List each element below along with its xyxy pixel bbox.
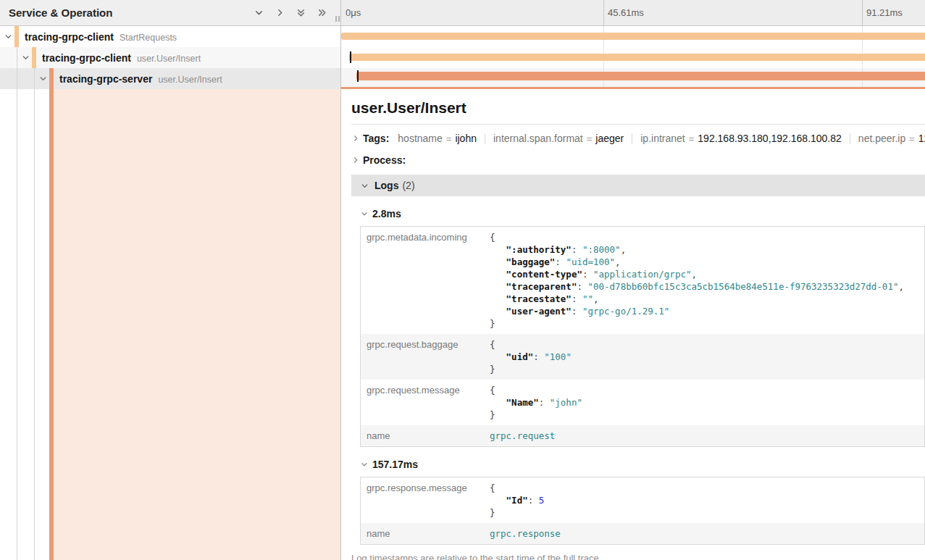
tree-indent-guide	[17, 47, 17, 68]
log-timestamp: 2.8ms	[372, 208, 401, 220]
log-field-json: { "Id": 5 }	[490, 482, 918, 519]
tag-key: ip.intranet	[640, 133, 685, 144]
span-color-bar	[14, 26, 19, 47]
tag-value: 127.0	[918, 133, 925, 144]
timeline-ruler: 0μs45.61ms91.21ms	[341, 0, 925, 26]
tag-key: hostname	[398, 133, 442, 144]
tag-equals: =	[689, 133, 695, 144]
span-row-tracing-grpc-client[interactable]: tracing-grpc-clientStartRequests	[0, 26, 340, 47]
log-field-row: namegrpc.request	[361, 425, 925, 447]
expand-all-icon[interactable]	[317, 7, 327, 18]
selected-span-underline	[341, 87, 925, 89]
chevron-right-icon	[351, 156, 361, 164]
process-accordion[interactable]: Process:	[351, 152, 925, 168]
jaeger-trace-timeline-view: Service & Operation tracing-grpc-clientS…	[0, 0, 925, 560]
chevron-down-icon	[360, 181, 369, 191]
log-field-value: grpc.response	[490, 523, 925, 545]
timeline-panel: 0μs45.61ms91.21ms user.User/Insert Tags:…	[341, 0, 925, 560]
ruler-tick-label: 91.21ms	[866, 0, 903, 25]
span-row-tracing-grpc-client[interactable]: tracing-grpc-clientuser.User/Insert	[0, 47, 340, 68]
log-field-row: grpc.request.baggage{ "uid": "100" }	[361, 334, 925, 380]
chevron-down-icon	[360, 460, 369, 469]
ruler-tick-label: 45.61ms	[608, 0, 644, 25]
log-field-key: grpc.request.message	[361, 380, 490, 425]
log-field-json: grpc.request	[490, 430, 918, 442]
tree-indent-guide	[17, 89, 17, 560]
collapse-one-icon[interactable]	[254, 7, 264, 18]
log-field-row: namegrpc.response	[361, 523, 925, 545]
span-log-tick	[357, 70, 359, 82]
log-field-value: grpc.request	[490, 425, 925, 447]
log-timestamp: 157.17ms	[372, 459, 418, 470]
span-detail-title: user.User/Insert	[351, 99, 925, 117]
span-row-label: tracing-grpc-clientStartRequests	[25, 26, 340, 47]
span-bar-row[interactable]	[341, 26, 925, 47]
log-entries: 2.8msgrpc.metadata.incoming{ ":authority…	[351, 206, 925, 545]
expand-one-icon[interactable]	[275, 7, 285, 18]
log-field-json: grpc.response	[490, 527, 918, 540]
chevron-down-icon	[360, 209, 369, 218]
collapse-all-icon[interactable]	[296, 7, 306, 18]
log-field-key: grpc.metadata.incoming	[361, 227, 490, 335]
operation-name: user.User/Insert	[137, 54, 201, 64]
ruler-tick-line	[603, 0, 604, 25]
tree-indent-guide	[34, 68, 35, 89]
panel-title: Service & Operation	[9, 7, 254, 19]
tag-value: jaeger	[595, 133, 624, 144]
chevron-down-icon[interactable]	[38, 74, 48, 83]
span-duration-bar[interactable]	[341, 33, 925, 40]
tag-separator	[485, 133, 485, 144]
logs-label: Logs	[374, 180, 398, 191]
resize-grip-icon[interactable]	[335, 16, 340, 22]
panel-resize-divider[interactable]	[340, 0, 341, 560]
tags-accordion[interactable]: Tags: hostname=ijohninternal.span.format…	[351, 130, 925, 146]
log-entry-toggle[interactable]: 2.8ms	[360, 206, 925, 221]
tags-label: Tags:	[363, 133, 389, 144]
span-tree-rows: tracing-grpc-clientStartRequeststracing-…	[0, 26, 340, 89]
log-field-value: { "uid": "100" }	[490, 334, 925, 380]
title-divider	[351, 124, 925, 125]
log-entry-toggle[interactable]: 157.17ms	[360, 457, 925, 472]
log-field-key: grpc.response.message	[361, 477, 490, 524]
log-field-row: grpc.metadata.incoming{ ":authority": ":…	[361, 227, 925, 335]
operation-name: user.User/Insert	[158, 75, 222, 85]
log-field-value: { "Name": "john" }	[490, 380, 925, 425]
span-row-label: tracing-grpc-serveruser.User/Insert	[59, 68, 340, 89]
log-field-json: { "Name": "john" }	[490, 384, 918, 421]
log-fields-table: grpc.metadata.incoming{ ":authority": ":…	[360, 226, 925, 447]
tag-key: net.peer.ip	[858, 133, 905, 144]
log-field-json: { ":authority": ":8000", "baggage": "uid…	[490, 231, 918, 330]
log-field-value: { ":authority": ":8000", "baggage": "uid…	[490, 227, 925, 335]
selected-span-highlight	[54, 89, 340, 560]
logs-footer: Log timestamps are relative to the start…	[351, 553, 925, 560]
tree-toolbar	[254, 7, 327, 18]
logs-accordion-header[interactable]: Logs (2)	[351, 175, 925, 196]
span-log-tick	[350, 51, 351, 63]
span-color-bar	[49, 68, 54, 89]
tree-indent-guide	[34, 89, 35, 560]
ruler-tick-line	[862, 0, 863, 25]
span-duration-bar[interactable]	[356, 72, 925, 80]
chevron-down-icon[interactable]	[21, 53, 30, 62]
tag-separator	[632, 133, 632, 144]
log-field-key: name	[361, 523, 490, 545]
span-duration-bar[interactable]	[349, 54, 925, 61]
service-name: tracing-grpc-client	[42, 52, 131, 64]
tag-key: internal.span.format	[493, 133, 583, 144]
log-field-key: grpc.request.baggage	[361, 334, 490, 380]
process-label: Process:	[363, 154, 406, 166]
span-bar-row[interactable]	[341, 47, 925, 68]
log-field-value: { "Id": 5 }	[490, 477, 925, 524]
span-row-tracing-grpc-server[interactable]: tracing-grpc-serveruser.User/Insert	[0, 68, 340, 89]
tag-equals: =	[446, 133, 452, 144]
tag-list: hostname=ijohninternal.span.format=jaege…	[398, 133, 925, 144]
span-bar-row[interactable]	[341, 68, 925, 89]
timeline-bars	[341, 26, 925, 89]
tag-equals: =	[587, 133, 593, 144]
chevron-down-icon[interactable]	[4, 32, 13, 41]
ruler-tick-label: 0μs	[346, 0, 361, 25]
operation-name: StartRequests	[120, 33, 177, 43]
span-row-label: tracing-grpc-clientuser.User/Insert	[42, 47, 340, 68]
log-fields-table: grpc.response.message{ "Id": 5 }namegrpc…	[360, 477, 925, 545]
log-field-row: grpc.request.message{ "Name": "john" }	[361, 380, 925, 425]
